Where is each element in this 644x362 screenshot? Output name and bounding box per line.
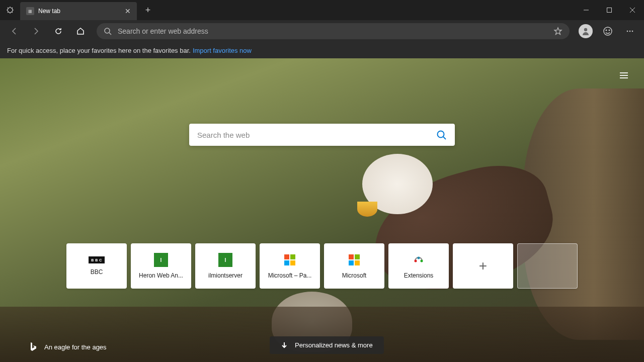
bing-image-caption[interactable]: An eagle for the ages <box>29 342 107 352</box>
avatar-icon <box>579 24 593 38</box>
back-button[interactable] <box>4 21 24 41</box>
web-search-input[interactable] <box>197 131 436 139</box>
quick-link-tile[interactable]: B B C BBC <box>66 243 127 289</box>
svg-point-9 <box>606 30 607 31</box>
tab-favicon: ▦ <box>26 7 34 15</box>
tile-icon: I <box>154 253 168 267</box>
tile-label: BBC <box>91 268 103 276</box>
forward-button[interactable] <box>26 21 46 41</box>
svg-rect-19 <box>284 254 289 259</box>
home-button[interactable] <box>70 21 91 41</box>
address-bar[interactable] <box>97 23 570 39</box>
toolbar <box>0 20 644 42</box>
svg-point-28 <box>418 257 420 259</box>
quick-link-tile[interactable]: Microsoft – Pa... <box>260 243 320 289</box>
favorites-bar-text: For quick access, place your favorites h… <box>7 47 191 54</box>
quick-link-tile[interactable]: I Heron Web An... <box>131 243 191 289</box>
caption-text: An eagle for the ages <box>44 343 107 351</box>
quick-link-placeholder <box>517 243 578 289</box>
tab-close-button[interactable]: ✕ <box>125 7 131 15</box>
tile-icon <box>283 253 297 267</box>
page-settings-button[interactable] <box>615 66 633 84</box>
svg-point-10 <box>609 30 610 31</box>
tab-title: New tab <box>38 8 121 15</box>
tile-label: Heron Web An... <box>139 272 183 279</box>
refresh-button[interactable] <box>48 21 68 41</box>
bing-icon <box>29 342 37 352</box>
svg-line-6 <box>109 33 111 35</box>
svg-rect-26 <box>355 260 360 265</box>
new-tab-button[interactable]: + <box>140 2 156 18</box>
arrow-down-icon <box>281 342 288 349</box>
tile-icon <box>347 253 361 267</box>
svg-rect-20 <box>290 254 295 259</box>
favorite-star-icon[interactable] <box>553 27 562 36</box>
svg-rect-23 <box>349 254 354 259</box>
close-window-button[interactable] <box>621 3 644 18</box>
tab-actions-button[interactable] <box>0 0 20 20</box>
browser-tab[interactable]: ▦ New tab ✕ <box>20 2 137 20</box>
minimize-button[interactable] <box>575 3 598 18</box>
svg-point-27 <box>415 260 417 262</box>
favorites-bar: For quick access, place your favorites h… <box>0 42 644 58</box>
tile-icon: I <box>218 253 232 267</box>
web-search-box[interactable] <box>189 124 455 146</box>
profile-button[interactable] <box>576 21 596 41</box>
import-favorites-link[interactable]: Import favorites now <box>193 47 252 54</box>
svg-point-5 <box>105 28 110 33</box>
svg-point-17 <box>438 131 444 138</box>
quick-links: B B C BBC I Heron Web An... I ilmiontser… <box>66 243 578 289</box>
tile-label: Microsoft – Pa... <box>268 272 312 279</box>
web-search-button[interactable] <box>436 129 447 140</box>
maximize-button[interactable] <box>598 3 621 18</box>
svg-point-29 <box>421 260 423 262</box>
svg-line-18 <box>443 137 446 139</box>
quick-link-tile[interactable]: Microsoft <box>324 243 384 289</box>
new-tab-page: B B C BBC I Heron Web An... I ilmiontser… <box>0 58 644 362</box>
svg-rect-22 <box>290 260 295 265</box>
personalized-news-button[interactable]: Personalized news & more <box>270 336 384 354</box>
svg-rect-2 <box>607 8 612 13</box>
titlebar: ▦ New tab ✕ + <box>0 0 644 20</box>
tile-label: Extensions <box>404 272 434 279</box>
background-eagle <box>342 154 553 315</box>
tile-label: Microsoft <box>342 272 367 279</box>
svg-point-11 <box>627 31 628 32</box>
svg-point-7 <box>584 28 587 31</box>
feedback-button[interactable] <box>598 21 618 41</box>
svg-rect-21 <box>284 260 289 265</box>
news-button-label: Personalized news & more <box>295 341 373 349</box>
add-quick-link-button[interactable]: + <box>453 243 513 289</box>
plus-icon: + <box>476 259 490 273</box>
quick-link-tile[interactable]: I ilmiontserver <box>195 243 256 289</box>
tile-icon: B B C <box>89 256 105 263</box>
search-icon <box>104 27 112 35</box>
window-controls <box>575 3 644 18</box>
quick-link-tile[interactable]: Extensions <box>388 243 449 289</box>
tile-label: ilmiontserver <box>208 272 243 279</box>
tile-icon <box>412 253 426 267</box>
svg-rect-24 <box>355 254 360 259</box>
menu-button[interactable] <box>620 21 640 41</box>
svg-point-8 <box>604 27 612 35</box>
svg-rect-25 <box>349 260 354 265</box>
svg-point-12 <box>629 31 631 32</box>
svg-point-13 <box>632 31 633 32</box>
address-input[interactable] <box>118 27 547 35</box>
